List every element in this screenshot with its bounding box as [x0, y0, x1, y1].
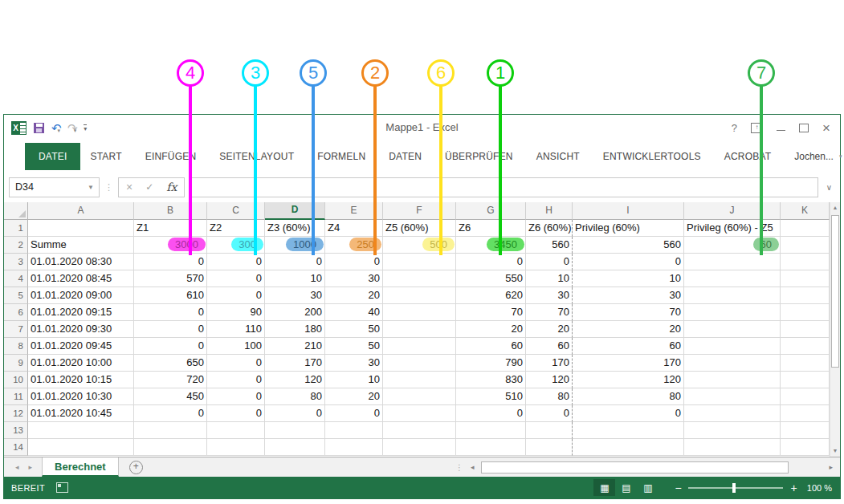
cell-G11[interactable]: 510 — [456, 388, 526, 405]
sheet-next-icon[interactable]: ▸ — [29, 463, 33, 471]
row-header-5[interactable]: 5 — [4, 287, 28, 304]
cell-A14[interactable] — [28, 439, 134, 456]
cell-B5[interactable]: 610 — [134, 287, 207, 304]
cell-C6[interactable]: 90 — [207, 304, 265, 321]
cell-G9[interactable]: 790 — [456, 355, 526, 372]
cell-K7[interactable] — [781, 321, 830, 338]
cell-K1[interactable] — [781, 220, 830, 237]
cell-F4[interactable] — [383, 270, 456, 287]
undo-dropdown-icon[interactable]: ▾ — [58, 128, 61, 133]
redo-button[interactable]: ↷▾ — [67, 121, 76, 136]
cell-J6[interactable] — [684, 304, 781, 321]
save-icon[interactable] — [34, 123, 44, 133]
cell-K12[interactable] — [781, 405, 830, 422]
cell-H1[interactable]: Z6 (60%) — [526, 220, 573, 237]
column-header-G[interactable]: G — [456, 202, 526, 220]
ribbon-tab-überprüfen[interactable]: ÜBERPRÜFEN — [445, 143, 513, 170]
cell-E6[interactable]: 40 — [325, 304, 383, 321]
cell-G12[interactable]: 0 — [456, 405, 526, 422]
cell-G14[interactable] — [456, 439, 526, 456]
cell-F3[interactable] — [383, 254, 456, 270]
cell-D11[interactable]: 80 — [265, 388, 325, 405]
cell-A3[interactable]: 01.01.2020 08:30 — [28, 254, 134, 270]
ribbon-tab-acrobat[interactable]: ACROBAT — [724, 143, 772, 170]
cell-K2[interactable] — [781, 237, 830, 254]
formula-input[interactable] — [190, 177, 817, 197]
cancel-icon[interactable]: × — [126, 181, 133, 193]
page-layout-view-icon[interactable]: ▤ — [615, 479, 637, 496]
cell-H14[interactable] — [526, 439, 573, 456]
cell-I3[interactable]: 0 — [573, 254, 684, 270]
cell-F7[interactable] — [383, 321, 456, 338]
ribbon-tab-daten[interactable]: DATEN — [389, 143, 422, 170]
cell-H8[interactable]: 60 — [526, 338, 573, 355]
cell-G10[interactable]: 830 — [456, 372, 526, 388]
cell-K13[interactable] — [781, 422, 830, 439]
column-header-H[interactable]: H — [526, 202, 573, 220]
horizontal-scroll-thumb[interactable] — [481, 461, 789, 474]
cell-C3[interactable]: 0 — [207, 254, 265, 270]
cell-D9[interactable]: 170 — [265, 355, 325, 372]
cell-A13[interactable] — [28, 422, 134, 439]
cell-B11[interactable]: 450 — [134, 388, 207, 405]
cell-A10[interactable]: 01.01.2020 10:15 — [28, 372, 134, 388]
sheet-tab-berechnet[interactable]: Berechnet — [42, 457, 119, 477]
cell-I12[interactable]: 0 — [573, 405, 684, 422]
cell-A7[interactable]: 01.01.2020 09:30 — [28, 321, 134, 338]
row-header-3[interactable]: 3 — [4, 254, 28, 270]
horizontal-scrollbar[interactable]: ⋮ ◂ ▸ — [455, 457, 840, 477]
cell-E7[interactable]: 50 — [325, 321, 383, 338]
column-header-F[interactable]: F — [383, 202, 456, 220]
column-header-I[interactable]: I — [573, 202, 684, 220]
cell-E8[interactable]: 50 — [325, 338, 383, 355]
maximize-icon[interactable] — [799, 124, 809, 132]
cell-H3[interactable]: 0 — [526, 254, 573, 270]
cell-E13[interactable] — [325, 422, 383, 439]
cell-H2[interactable]: 560 — [526, 237, 573, 254]
cell-G7[interactable]: 20 — [456, 321, 526, 338]
ribbon-tab-formeln[interactable]: FORMELN — [317, 143, 365, 170]
cell-C5[interactable]: 0 — [207, 287, 265, 304]
row-header-12[interactable]: 12 — [4, 405, 28, 422]
excel-logo-icon[interactable]: X — [11, 121, 27, 135]
cell-K4[interactable] — [781, 270, 830, 287]
cell-D8[interactable]: 210 — [265, 338, 325, 355]
column-header-K[interactable]: K — [781, 202, 830, 220]
cell-H10[interactable]: 120 — [526, 372, 573, 388]
cell-K3[interactable] — [781, 254, 830, 270]
tab-split-grip-icon[interactable]: ⋮ — [455, 463, 463, 472]
cell-E11[interactable]: 20 — [325, 388, 383, 405]
name-box-dropdown-icon[interactable]: ▼ — [88, 184, 99, 191]
cell-E9[interactable]: 30 — [325, 355, 383, 372]
cell-D13[interactable] — [265, 422, 325, 439]
cell-G5[interactable]: 620 — [456, 287, 526, 304]
column-header-J[interactable]: J — [684, 202, 781, 220]
cell-K5[interactable] — [781, 287, 830, 304]
cell-G1[interactable]: Z6 — [456, 220, 526, 237]
cell-C10[interactable]: 0 — [207, 372, 265, 388]
cell-E12[interactable]: 0 — [325, 405, 383, 422]
row-header-9[interactable]: 9 — [4, 355, 28, 372]
cell-F11[interactable] — [383, 388, 456, 405]
cell-J14[interactable] — [684, 439, 781, 456]
select-all-button[interactable] — [4, 202, 28, 220]
cell-I5[interactable]: 30 — [573, 287, 684, 304]
cell-I1[interactable]: Privileg (60%) — [573, 220, 684, 237]
cell-B9[interactable]: 650 — [134, 355, 207, 372]
cell-A9[interactable]: 01.01.2020 10:00 — [28, 355, 134, 372]
user-area[interactable]: Jochen... ▾ — [794, 146, 844, 168]
cell-F12[interactable] — [383, 405, 456, 422]
cell-H6[interactable]: 70 — [526, 304, 573, 321]
cell-G3[interactable]: 0 — [456, 254, 526, 270]
cell-E4[interactable]: 30 — [325, 270, 383, 287]
cell-A12[interactable]: 01.01.2020 10:45 — [28, 405, 134, 422]
cell-J10[interactable] — [684, 372, 781, 388]
cell-E3[interactable]: 0 — [325, 254, 383, 270]
cell-K11[interactable] — [781, 388, 830, 405]
cell-D4[interactable]: 10 — [265, 270, 325, 287]
cell-C14[interactable] — [207, 439, 265, 456]
cell-G4[interactable]: 550 — [456, 270, 526, 287]
cell-I6[interactable]: 70 — [573, 304, 684, 321]
macro-record-icon[interactable] — [56, 482, 68, 493]
ribbon-tab-ansicht[interactable]: ANSICHT — [536, 143, 580, 170]
